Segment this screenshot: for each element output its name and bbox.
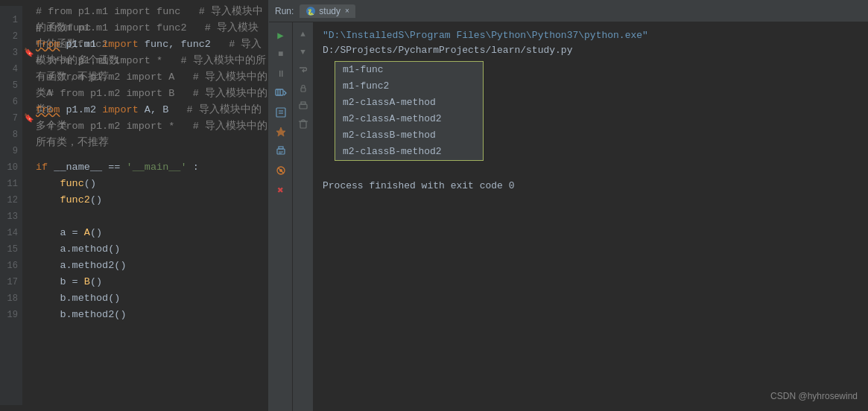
code-line-19: b.method2() [22, 307, 268, 323]
scroll-icon [275, 106, 287, 118]
run-toolbar: ▶ ■ ⏸ [269, 22, 293, 411]
study-tab[interactable]: 🐍 study × [300, 4, 355, 18]
script-path: D:/SProjects/PycharmProjects/learn/study… [323, 45, 572, 56]
run-rerun-button[interactable] [273, 85, 289, 101]
bookmark-7: 🔖 [24, 110, 34, 127]
autocomplete-item-5[interactable]: m2-classB-method2 [335, 144, 483, 160]
code-line-8: # from p1.m2 import * # 导入模块中的所有类，不推荐 [22, 127, 268, 143]
pin-icon [275, 126, 287, 138]
secondary-toolbar: ▲ ▼ [293, 22, 314, 411]
run-label: Run: [275, 6, 294, 16]
keyword-from-3: from [36, 39, 60, 50]
tab-name: study [319, 6, 340, 16]
lock-scroll-button[interactable] [296, 80, 311, 95]
autocomplete-item-1[interactable]: m1-func2 [335, 78, 483, 95]
autocomplete-item-4[interactable]: m2-classB-method [335, 127, 483, 144]
tab-close-button[interactable]: × [345, 7, 349, 15]
svg-rect-5 [276, 108, 285, 117]
keyword-import-3: import [102, 39, 139, 50]
keyword-from-7: from [36, 104, 60, 115]
svg-rect-2 [276, 89, 283, 95]
code-line-16: a.method2() [22, 258, 268, 274]
run-panel: Run: 🐍 study × ▶ ■ ⏸ [268, 0, 868, 411]
bookmark-3: 🔖 [24, 45, 34, 61]
run-satellite-button[interactable] [273, 162, 289, 179]
code-line-15: a.method() [22, 241, 268, 258]
keyword-import-7: import [102, 104, 139, 115]
svg-rect-15 [301, 88, 305, 92]
autocomplete-popup[interactable]: m1-func m1-func2 m2-classA-method m2-cla… [335, 61, 484, 161]
run-tab-bar: Run: 🐍 study × [269, 0, 868, 22]
script-path-line: D:/SProjects/PycharmProjects/learn/study… [323, 43, 859, 58]
run-output-area: ▲ ▼ [293, 22, 868, 411]
print-icon [275, 145, 287, 157]
exe-path: "D:\InstalledS\Program Files\Python\Pyth… [323, 30, 648, 41]
trash-button[interactable] [296, 116, 311, 131]
run-play-button[interactable]: ▶ [273, 27, 289, 43]
rerun-icon [275, 87, 287, 99]
wrap-icon [298, 65, 308, 75]
process-finished-line: Process finished with exit code 0 [323, 179, 859, 194]
run-stop-button[interactable]: ■ [273, 46, 289, 63]
svg-rect-17 [301, 102, 305, 104]
run-close-button[interactable]: ✖ [273, 182, 289, 198]
autocomplete-item-3[interactable]: m2-classA-method2 [335, 111, 483, 127]
line-numbers: 12345 678910 1112131415 16171819 [0, 6, 22, 405]
watermark: CSDN @hyhrosewind [770, 389, 858, 404]
svg-point-14 [279, 169, 282, 172]
svg-rect-16 [300, 104, 307, 109]
run-pause-button[interactable]: ⏸ [273, 66, 289, 82]
svg-rect-18 [300, 121, 306, 128]
scroll-up-button[interactable]: ▲ [296, 27, 311, 42]
run-pin-button[interactable] [273, 124, 289, 140]
satellite-icon [275, 165, 287, 176]
wrap-button[interactable] [296, 63, 311, 77]
trash-icon [298, 118, 308, 129]
code-line-17: b = B() [22, 274, 268, 290]
scroll-down-button[interactable]: ▼ [296, 45, 311, 60]
run-print-button[interactable] [273, 143, 289, 159]
code-editor: 12345 678910 1112131415 16171819 # from … [0, 0, 268, 411]
code-line-14: a = A() [22, 225, 268, 241]
run-scroll-button[interactable] [273, 104, 289, 121]
python-icon: 🐍 [305, 6, 316, 16]
printer-icon [298, 101, 308, 111]
process-finished-text: Process finished with exit code 0 [323, 180, 514, 191]
code-line-11: func() [22, 176, 268, 192]
svg-rect-9 [279, 147, 283, 149]
print-out-button[interactable] [296, 98, 311, 113]
autocomplete-item-2[interactable]: m2-classA-method [335, 95, 483, 111]
main-container: 12345 678910 1112131415 16171819 # from … [0, 0, 868, 411]
code-line-13 [22, 208, 268, 225]
code-line-9 [22, 143, 268, 159]
output-text: "D:\InstalledS\Program Files\Python\Pyth… [314, 22, 868, 411]
exe-path-line: "D:\InstalledS\Program Files\Python\Pyth… [323, 28, 859, 43]
code-line-18: b.method() [22, 290, 268, 307]
svg-text:🐍: 🐍 [307, 8, 314, 16]
autocomplete-item-0[interactable]: m1-func [335, 62, 483, 78]
lock-scroll-icon [298, 83, 308, 93]
code-line-12: func2() [22, 192, 268, 208]
code-line-10: if __name__ == '__main__' : [22, 159, 268, 176]
run-content: ▶ ■ ⏸ [269, 22, 868, 411]
code-lines: # from p1.m1 import func # 导入模块中的函数func … [22, 6, 268, 405]
